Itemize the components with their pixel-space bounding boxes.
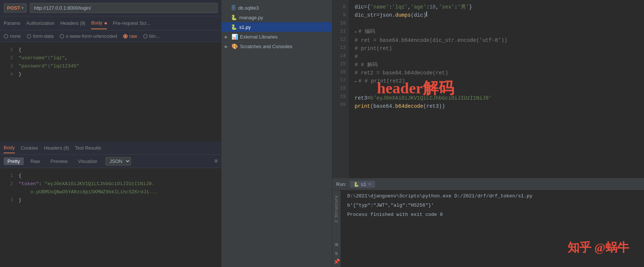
code-row-17: ▸ # # print(ret2)	[355, 77, 638, 86]
format-lines-icon[interactable]: ≡	[214, 158, 218, 164]
terminal-body: ▶ ⏹ D:\2021\djangoenv\Scripts\python.exe…	[332, 190, 644, 267]
code-line-3: 3 "password":"lqz12345"	[0, 62, 221, 70]
icon-sort[interactable]: ⇅	[335, 250, 338, 256]
terminal-panel: Run: 🐍 s1 ✕ ▶ ⏹ D:\2021\djangoenv\Script…	[332, 178, 644, 267]
radio-circle-form-data	[27, 34, 31, 39]
chevron-right-icon-2: ▶	[225, 44, 229, 49]
db-icon: 🗄	[231, 5, 236, 11]
tree-item-external-libraries[interactable]: ▶ 📊 External Libraries	[222, 32, 332, 41]
cursor	[426, 11, 427, 17]
resp-tab-headers[interactable]: Headers (9)	[44, 143, 69, 153]
terminal-tab-name: s1	[361, 181, 366, 187]
run-label: Run:	[336, 181, 346, 187]
radio-circle-raw	[123, 34, 128, 39]
code-line-1: 1 {	[0, 46, 221, 54]
scratches-label: Scratches and Consoles	[240, 44, 292, 49]
watermark: 知乎 @蜗牛	[568, 240, 629, 256]
terminal-output-1: b'{"typ":"JWT","alg":"HS256"}'	[347, 203, 434, 208]
resp-tab-body[interactable]: Body	[4, 143, 15, 153]
code-line-2: 2 "username":"lqz",	[0, 54, 221, 62]
format-btn-visualize[interactable]: Visualize	[74, 157, 101, 165]
format-btn-raw[interactable]: Raw	[27, 157, 44, 165]
code-row-13: # print(ret)	[355, 44, 638, 53]
python-icon: 🐍	[354, 182, 359, 187]
icon-grid[interactable]: ⊞	[335, 241, 338, 248]
radio-none[interactable]: none	[4, 33, 21, 39]
resp-line-1: 1 {	[0, 172, 221, 180]
code-row-9: dic_str = json. dumps (dic)	[355, 11, 638, 19]
resp-tab-test-results[interactable]: Test Results	[75, 143, 101, 153]
request-bar: POST ▾	[0, 0, 221, 16]
py-icon-s1: 🐍	[231, 24, 237, 30]
resp-line-2b: o-pUBMUsQNwO5YARzc8piSKMWZ9bkILihcSZKrdJ…	[0, 188, 221, 196]
structure-label: Z Structure	[334, 196, 339, 223]
code-row-20: print (base64. b64decode (ret3))	[355, 102, 638, 110]
editor-terminal-container: 8 9 10 11 12 13 14 15 16 17 18 19 20 dic…	[332, 0, 644, 267]
request-body-editor: 1 { 2 "username":"lqz", 3 "password":"lq…	[0, 42, 221, 141]
tab-params[interactable]: Params	[4, 17, 20, 29]
tree-item-manage-py[interactable]: 🐍 manage.py	[222, 13, 332, 22]
terminal-sidebar-icons: Z Structure ⊞ ⇅ 📌	[332, 190, 341, 267]
code-row-15: # # 解码	[355, 61, 638, 69]
tab-authorization[interactable]: Authorization	[26, 17, 55, 29]
code-row-10	[355, 19, 638, 27]
request-tabs: Params Authorization Headers (9) Body Pr…	[0, 16, 221, 30]
format-btn-pretty[interactable]: Pretty	[4, 157, 24, 165]
close-tab-icon[interactable]: ✕	[368, 182, 371, 187]
radio-circle-none	[4, 34, 8, 39]
tab-headers[interactable]: Headers (9)	[60, 17, 85, 29]
radio-circle-urlencoded	[60, 34, 64, 39]
terminal-output-2: Process finished with exit code 0	[347, 212, 443, 217]
resp-tab-cookies[interactable]: Cookies	[21, 143, 38, 153]
body-type-row: none form-data x-www-form-urlencoded raw…	[0, 30, 221, 42]
method-select[interactable]: POST ▾	[4, 3, 27, 13]
chevron-down-icon: ▾	[22, 6, 23, 10]
code-row-12: # ret = base64.b64encode(dic_str.encode(…	[355, 36, 638, 44]
code-row-8: dic = { 'name' : 'lqz' , 'age' : 18 , 's…	[355, 3, 638, 11]
radio-bin[interactable]: bin...	[143, 33, 160, 39]
terminal-tab-s1[interactable]: 🐍 s1 ✕	[350, 181, 375, 188]
py-icon-manage: 🐍	[231, 14, 237, 20]
resp-line-3: 3 }	[0, 196, 221, 204]
external-libraries-label: External Libraries	[240, 34, 277, 40]
tab-body[interactable]: Body	[91, 17, 107, 29]
tab-pre-request[interactable]: Pre-request Scr...	[113, 17, 150, 29]
tree-item-s1-py[interactable]: 🐍 s1.py	[222, 22, 332, 32]
format-toolbar: Pretty Raw Preview Visualize JSON ≡	[0, 155, 221, 168]
file-tree-panel: 🗄 db.sqlite3 🐍 manage.py 🐍 s1.py ▶ 📊 Ext…	[222, 0, 332, 267]
code-row-19: ret3 = b'eyJ0eXAiOiJKV1QiLCJhbGciOiJIUzI…	[355, 94, 638, 102]
terminal-command: D:\2021\djangoenv\Scripts\python.exe D:/…	[347, 193, 532, 199]
format-btn-preview[interactable]: Preview	[47, 157, 71, 165]
code-text-area[interactable]: dic = { 'name' : 'lqz' , 'age' : 18 , 's…	[349, 0, 644, 178]
chevron-right-icon: ▶	[225, 35, 229, 39]
icon-pin[interactable]: 📌	[334, 258, 340, 265]
method-label: POST	[7, 5, 20, 11]
terminal-output-1-line: b'{"typ":"JWT","alg":"HS256"}'	[337, 200, 640, 208]
postman-panel: POST ▾ Params Authorization Headers (9) …	[0, 0, 222, 267]
code-line-4: 4 }	[0, 70, 221, 79]
scratches-icon: 🎨	[231, 43, 238, 49]
tree-item-scratches[interactable]: ▶ 🎨 Scratches and Consoles	[222, 41, 332, 51]
code-row-14: #	[355, 53, 638, 61]
terminal-tabs: Run: 🐍 s1 ✕	[332, 178, 644, 190]
format-type-select[interactable]: JSON	[105, 157, 131, 166]
response-tabs: Body Cookies Headers (9) Test Results	[0, 141, 221, 155]
file-tree: 🗄 db.sqlite3 🐍 manage.py 🐍 s1.py ▶ 📊 Ext…	[222, 0, 332, 267]
editor-area: 8 9 10 11 12 13 14 15 16 17 18 19 20 dic…	[332, 0, 644, 178]
code-row-16: # ret2 = base64.b64decode(ret)	[355, 69, 638, 77]
url-input[interactable]	[30, 3, 218, 13]
tree-item-db-sqlite3[interactable]: 🗄 db.sqlite3	[222, 3, 332, 13]
terminal-output-2-line: Process finished with exit code 0	[337, 210, 640, 217]
terminal-command-line: D:\2021\djangoenv\Scripts\python.exe D:/…	[337, 193, 640, 199]
code-row-11: ▸ # 编码	[355, 27, 638, 36]
line-gutter: 8 9 10 11 12 13 14 15 16 17 18 19 20	[332, 0, 349, 178]
code-row-18	[355, 86, 638, 94]
external-libs-icon: 📊	[231, 34, 238, 40]
radio-circle-bin	[143, 34, 148, 39]
resp-line-2: 2 "token": "eyJ0eXAiOiJKV1QiLCJhbGciOiJI…	[0, 180, 221, 188]
radio-form-data[interactable]: form-data	[27, 33, 54, 39]
radio-urlencoded[interactable]: x-www-form-urlencoded	[60, 33, 117, 39]
radio-raw[interactable]: raw	[123, 33, 137, 39]
response-body-editor: 1 { 2 "token": "eyJ0eXAiOiJKV1QiLCJhbGci…	[0, 168, 221, 267]
